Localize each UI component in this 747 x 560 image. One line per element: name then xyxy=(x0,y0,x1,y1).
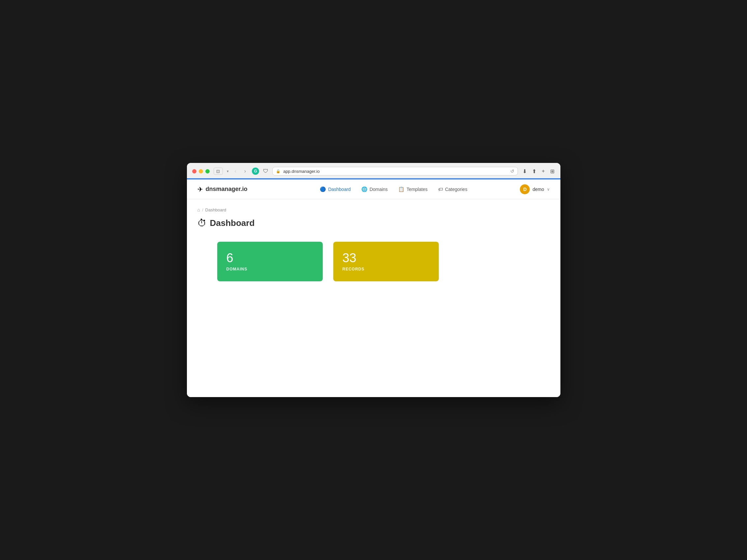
logo-text: dnsmanager.io xyxy=(206,186,248,193)
browser-actions: ⬇ ⬆ + ⊞ xyxy=(522,168,555,175)
page-title: Dashboard xyxy=(210,218,255,228)
tab-overview-button[interactable]: ⊞ xyxy=(549,168,555,175)
nav-item-categories-label: Categories xyxy=(445,187,467,192)
breadcrumb-separator: / xyxy=(202,207,203,212)
page-header: ⏱ Dashboard xyxy=(198,218,550,229)
nav-item-domains[interactable]: 🌐 Domains xyxy=(357,184,392,194)
app-content: ✈ dnsmanager.io 🔵 Dashboard 🌐 Domains 📋 … xyxy=(187,179,560,397)
domains-stat-card[interactable]: 6 DOMAINS xyxy=(217,242,323,281)
chevron-down-icon: ▾ xyxy=(227,169,229,174)
domains-label: DOMAINS xyxy=(227,267,313,272)
app-nav: ✈ dnsmanager.io 🔵 Dashboard 🌐 Domains 📋 … xyxy=(187,179,560,199)
shield-icon: 🛡 xyxy=(263,168,268,174)
browser-chrome: ⊡ ▾ ‹ › G 🛡 🔒 ↺ ⬇ ⬆ + ⊞ xyxy=(187,163,560,178)
nav-item-categories[interactable]: 🏷 Categories xyxy=(434,184,472,194)
new-tab-button[interactable]: + xyxy=(541,168,545,175)
breadcrumb-current: Dashboard xyxy=(205,207,227,212)
nav-links: 🔵 Dashboard 🌐 Domains 📋 Templates 🏷 Cate… xyxy=(267,184,520,194)
lock-icon: 🔒 xyxy=(276,169,281,174)
browser-titlebar: ⊡ ▾ ‹ › G 🛡 🔒 ↺ ⬇ ⬆ + ⊞ xyxy=(187,163,560,178)
chevron-down-icon: ∨ xyxy=(547,187,550,192)
dashboard-icon: ⏱ xyxy=(198,218,207,229)
back-button[interactable]: ‹ xyxy=(233,168,238,175)
records-label: RECORDS xyxy=(342,267,430,272)
main-content: ⌂ / Dashboard ⏱ Dashboard 6 DOMAINS 33 R… xyxy=(187,199,560,397)
domains-nav-icon: 🌐 xyxy=(361,186,367,192)
sidebar-toggle-button[interactable]: ⊡ xyxy=(214,168,223,175)
close-button[interactable] xyxy=(192,169,197,174)
dashboard-nav-icon: 🔵 xyxy=(320,186,326,192)
stats-grid: 6 DOMAINS 33 RECORDS xyxy=(198,242,550,281)
records-count: 33 xyxy=(342,252,430,264)
nav-item-domains-label: Domains xyxy=(369,187,388,192)
share-button[interactable]: ⬆ xyxy=(532,168,537,175)
domains-count: 6 xyxy=(227,252,313,264)
sidebar-toggle-icon: ⊡ xyxy=(216,169,220,174)
minimize-button[interactable] xyxy=(199,169,203,174)
user-avatar: D xyxy=(520,184,530,194)
logo-icon: ✈ xyxy=(198,185,203,193)
nav-user[interactable]: D demo ∨ xyxy=(520,184,549,194)
nav-item-templates[interactable]: 📋 Templates xyxy=(394,184,432,194)
traffic-lights xyxy=(192,169,210,174)
nav-item-dashboard[interactable]: 🔵 Dashboard xyxy=(315,184,355,194)
nav-item-dashboard-label: Dashboard xyxy=(328,187,351,192)
user-name: demo xyxy=(533,187,544,192)
home-icon: ⌂ xyxy=(198,207,200,212)
url-input[interactable] xyxy=(283,169,508,174)
breadcrumb: ⌂ / Dashboard xyxy=(198,207,550,212)
reload-button[interactable]: ↺ xyxy=(510,169,514,174)
address-bar[interactable]: 🔒 ↺ xyxy=(272,167,518,175)
maximize-button[interactable] xyxy=(205,169,210,174)
grammarly-icon: G xyxy=(252,168,259,175)
download-button[interactable]: ⬇ xyxy=(522,168,527,175)
templates-nav-icon: 📋 xyxy=(398,186,405,192)
app-logo[interactable]: ✈ dnsmanager.io xyxy=(198,185,248,193)
records-stat-card[interactable]: 33 RECORDS xyxy=(333,242,439,281)
categories-nav-icon: 🏷 xyxy=(438,186,443,192)
browser-window: ⊡ ▾ ‹ › G 🛡 🔒 ↺ ⬇ ⬆ + ⊞ xyxy=(187,163,560,397)
forward-button[interactable]: › xyxy=(242,168,248,175)
nav-item-templates-label: Templates xyxy=(407,187,428,192)
